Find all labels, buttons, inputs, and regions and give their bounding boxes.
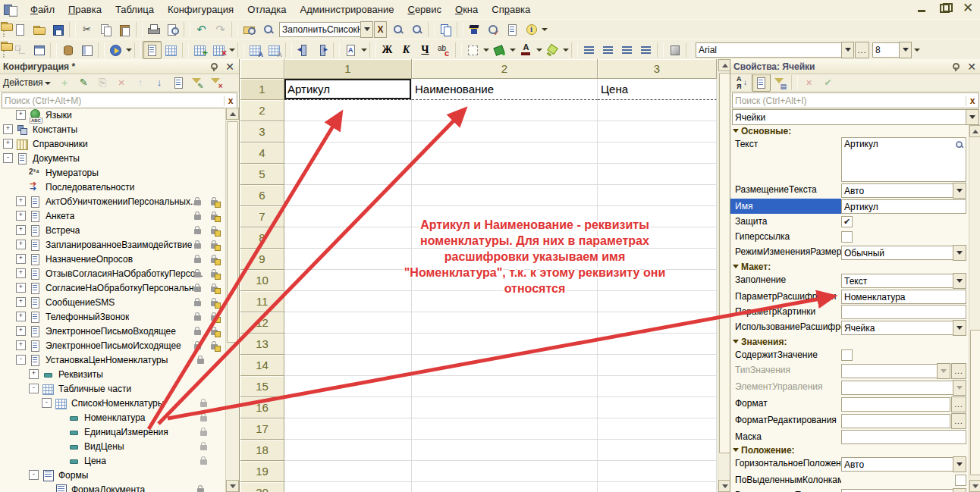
row-header[interactable]: 10	[240, 270, 284, 291]
row-header[interactable]: 12	[240, 312, 284, 334]
cell[interactable]: Артикул	[284, 79, 412, 100]
chevron-down-icon[interactable]	[360, 21, 373, 38]
highlight-color-button[interactable]	[543, 41, 562, 59]
property-input[interactable]: Артикул	[841, 199, 966, 214]
find-button[interactable]	[259, 20, 278, 39]
cell[interactable]	[284, 185, 412, 206]
chevron-down-icon[interactable]	[937, 363, 950, 379]
property-input[interactable]	[841, 397, 950, 412]
syntax-assistant-button[interactable]	[465, 20, 484, 39]
cell[interactable]	[412, 418, 598, 440]
font-combo[interactable]: Arial ...	[696, 42, 869, 58]
cell[interactable]	[412, 355, 598, 376]
property-combo-value[interactable]: Низ	[841, 489, 953, 492]
property-combo-value[interactable]: Текст	[841, 274, 953, 288]
menu-item-7[interactable]: Сервис	[400, 2, 448, 17]
filter-properties-button[interactable]	[771, 74, 790, 92]
ellipsis-button[interactable]: ...	[951, 363, 966, 379]
sort-list-button[interactable]	[169, 74, 188, 92]
cut-button[interactable]: ✂	[77, 20, 96, 39]
row-header[interactable]: 13	[240, 334, 284, 355]
cell[interactable]	[412, 461, 598, 482]
properties-scrollbar[interactable]	[969, 125, 980, 492]
tree-item[interactable]: -СписокНоменклатуры	[0, 396, 225, 410]
expander-plus-icon[interactable]: +	[16, 110, 26, 120]
cell[interactable]	[412, 312, 598, 334]
open-folder-button[interactable]	[30, 20, 49, 39]
tree-item[interactable]: +ЗапланированноеВзаимодействие	[0, 237, 225, 252]
save-button[interactable]	[49, 20, 68, 39]
restore-button[interactable]	[939, 3, 951, 14]
expander-plus-icon[interactable]: +	[16, 211, 26, 221]
cell[interactable]	[598, 312, 717, 334]
chevron-down-icon[interactable]	[360, 42, 368, 58]
expander-plus-icon[interactable]: +	[16, 312, 26, 321]
config-search-box[interactable]: Поиск (Ctrl+Alt+M) x	[2, 92, 237, 108]
cell[interactable]	[284, 164, 412, 185]
clear-search-button[interactable]: X	[374, 21, 387, 38]
column-header[interactable]: 1	[284, 59, 412, 79]
view-form-button[interactable]	[143, 41, 162, 59]
expander-plus-icon[interactable]: +	[16, 268, 26, 278]
cell[interactable]	[598, 334, 717, 355]
tree-item[interactable]: ВидЦены	[0, 439, 225, 453]
checkbox[interactable]: ✔	[841, 216, 853, 227]
tree-item[interactable]: +ЭлектронноеПисьмоИсходящее	[0, 338, 225, 353]
chevron-down-icon[interactable]	[953, 456, 966, 472]
cell[interactable]	[284, 355, 412, 376]
tree-item[interactable]: +НазначениеОпросов	[0, 252, 225, 266]
cell[interactable]	[412, 121, 598, 143]
expander-plus-icon[interactable]: +	[16, 225, 26, 235]
run-button[interactable]	[106, 41, 125, 59]
row-header[interactable]: 17	[240, 418, 284, 440]
font-color-button[interactable]	[517, 41, 536, 59]
row-header[interactable]: 9	[240, 249, 284, 270]
cell[interactable]	[598, 355, 717, 376]
properties-search-box[interactable]: Поиск (Ctrl+Alt+I) x	[732, 92, 979, 108]
chevron-down-icon[interactable]	[482, 42, 490, 58]
insert-table-button[interactable]	[190, 41, 209, 59]
column-right-button[interactable]	[313, 41, 331, 59]
ellipsis-button[interactable]: ...	[951, 413, 966, 429]
sort-az-button[interactable]: ↓	[733, 74, 752, 92]
cell[interactable]	[412, 100, 598, 121]
tree-item[interactable]: +ЭлектронноеПисьмоВходящее	[0, 324, 225, 338]
row-header[interactable]: 7	[240, 206, 284, 227]
panel-close-icon[interactable]: ✕	[224, 62, 236, 71]
minimize-button[interactable]	[916, 3, 928, 14]
property-input[interactable]: Номенклатура	[841, 290, 966, 304]
tree-item[interactable]: +Встреча	[0, 223, 225, 237]
copies-button[interactable]	[436, 20, 455, 39]
row-header[interactable]: 20	[240, 482, 284, 492]
find-next-button[interactable]	[388, 20, 407, 39]
row-header[interactable]: 14	[240, 355, 284, 376]
row-header[interactable]: 4	[240, 143, 284, 164]
property-section-header[interactable]: Макет:	[730, 261, 969, 272]
chevron-down-icon[interactable]	[228, 42, 236, 58]
property-input[interactable]	[841, 414, 950, 428]
cell[interactable]	[412, 164, 598, 185]
menu-item-1[interactable]: Файл	[24, 2, 61, 17]
menu-item-6[interactable]: Администрирование	[294, 2, 401, 17]
chevron-down-icon[interactable]	[953, 320, 966, 336]
edit-pencil-button[interactable]: ✎	[74, 74, 93, 92]
procedure-search-combo[interactable]: ЗаполнитьСписокНеод X	[279, 22, 387, 37]
checkbox[interactable]	[841, 349, 853, 361]
print-preview-button[interactable]	[163, 20, 182, 39]
scroll-down-icon[interactable]	[969, 480, 980, 492]
pin-icon[interactable]	[209, 62, 218, 71]
find-in-files-button[interactable]	[240, 20, 259, 39]
add-circle-button[interactable]: +	[55, 74, 74, 92]
font-size-combo[interactable]: 8	[872, 42, 912, 58]
text-lowercase-button[interactable]	[435, 41, 454, 59]
row-header[interactable]: 3	[240, 121, 284, 143]
cell[interactable]	[598, 418, 717, 440]
borders-button[interactable]	[463, 41, 482, 59]
toolbar-overflow-icon[interactable]	[913, 42, 921, 58]
property-section-header[interactable]: Значения:	[730, 336, 969, 347]
chevron-down-icon[interactable]	[509, 42, 517, 58]
scrollbar-thumb[interactable]	[970, 330, 980, 475]
cell[interactable]	[598, 482, 717, 492]
font-size-value[interactable]: 8	[872, 42, 900, 58]
menu-item-4[interactable]: Конфигурация	[161, 2, 240, 17]
